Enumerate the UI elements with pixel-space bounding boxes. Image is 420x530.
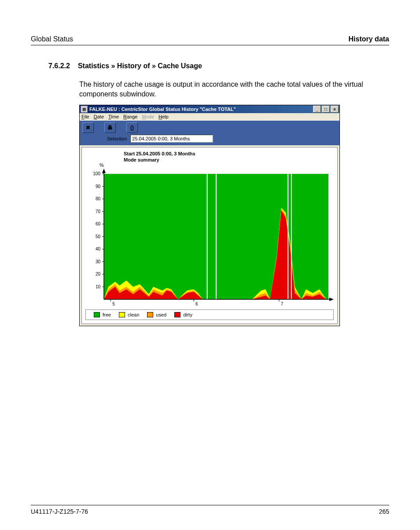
menu-file[interactable]: File bbox=[81, 114, 89, 119]
svg-text:30: 30 bbox=[96, 259, 101, 264]
svg-text:6: 6 bbox=[195, 302, 198, 306]
svg-text:80: 80 bbox=[96, 196, 101, 201]
legend-free: free bbox=[94, 312, 111, 317]
svg-rect-1 bbox=[207, 174, 208, 299]
selection-input[interactable] bbox=[130, 135, 213, 143]
chart-start-label: Start 25.04.2005 0:00, 3 Months bbox=[124, 151, 195, 156]
intro-paragraph: The history of cache usage is output in … bbox=[79, 80, 389, 99]
svg-text:10: 10 bbox=[96, 284, 101, 289]
svg-text:50: 50 bbox=[96, 234, 101, 239]
toolbar: ✖ 🖶 () bbox=[80, 120, 339, 134]
cache-history-chart: 102030405060708090100%567 bbox=[82, 147, 337, 324]
section-heading: 7.6.2.2 Statistics » History of » Cache … bbox=[48, 62, 389, 70]
page-header: Global Status History data bbox=[31, 35, 389, 45]
chart-panel: Start 25.04.2005 0:00, 3 Months Mode sum… bbox=[81, 147, 338, 324]
maximize-button[interactable]: □ bbox=[322, 106, 330, 113]
svg-text:40: 40 bbox=[96, 247, 101, 251]
svg-text:60: 60 bbox=[96, 221, 101, 226]
svg-text:90: 90 bbox=[96, 184, 101, 189]
legend-clean: clean bbox=[119, 312, 139, 317]
legend-dirty: dirty bbox=[174, 312, 192, 317]
svg-text:70: 70 bbox=[96, 209, 101, 214]
section-title: Statistics » History of » Cache Usage bbox=[78, 62, 202, 70]
svg-rect-3 bbox=[287, 174, 288, 299]
menu-mode: Mode bbox=[142, 114, 154, 119]
menu-range[interactable]: Range bbox=[123, 114, 137, 119]
menu-help[interactable]: Help bbox=[158, 114, 169, 119]
header-left: Global Status bbox=[31, 35, 73, 43]
print-button[interactable]: 🖶 bbox=[104, 122, 116, 133]
refresh-button[interactable]: () bbox=[126, 122, 138, 133]
legend-used: used bbox=[147, 312, 166, 317]
app-icon: ▦ bbox=[81, 106, 88, 113]
selection-label: Selection bbox=[107, 136, 127, 141]
menubar: FileDateTimeRangeModeHelp bbox=[80, 113, 339, 120]
menu-time[interactable]: Time bbox=[108, 114, 119, 119]
minimize-button[interactable]: _ bbox=[313, 106, 321, 113]
svg-text:5: 5 bbox=[112, 302, 115, 306]
header-right: History data bbox=[349, 35, 389, 43]
footer-right: 265 bbox=[379, 508, 389, 515]
app-window: ▦ FALKE-NEU : CentricStor Global Status … bbox=[79, 105, 340, 326]
section-number: 7.6.2.2 bbox=[48, 62, 70, 70]
svg-rect-4 bbox=[291, 174, 292, 299]
svg-rect-2 bbox=[216, 174, 217, 299]
svg-marker-8 bbox=[329, 298, 334, 301]
close-button[interactable]: × bbox=[331, 106, 339, 113]
svg-text:%: % bbox=[99, 162, 104, 168]
page-footer: U41117-J-Z125-7-76 265 bbox=[31, 505, 389, 515]
chart-info: Start 25.04.2005 0:00, 3 Months Mode sum… bbox=[124, 151, 195, 163]
svg-marker-6 bbox=[102, 169, 106, 173]
window-title: FALKE-NEU : CentricStor Global Status Hi… bbox=[89, 107, 312, 112]
footer-left: U41117-J-Z125-7-76 bbox=[31, 508, 88, 515]
svg-text:7: 7 bbox=[281, 302, 284, 306]
titlebar: ▦ FALKE-NEU : CentricStor Global Status … bbox=[80, 105, 339, 113]
selection-row: Selection bbox=[80, 134, 339, 145]
menu-date[interactable]: Date bbox=[94, 114, 104, 119]
svg-text:100: 100 bbox=[93, 171, 100, 176]
chart-mode-label: Mode summary bbox=[124, 157, 195, 162]
cancel-button[interactable]: ✖ bbox=[82, 122, 94, 133]
chart-legend: freecleanuseddirty bbox=[85, 309, 334, 320]
svg-text:20: 20 bbox=[96, 272, 101, 276]
